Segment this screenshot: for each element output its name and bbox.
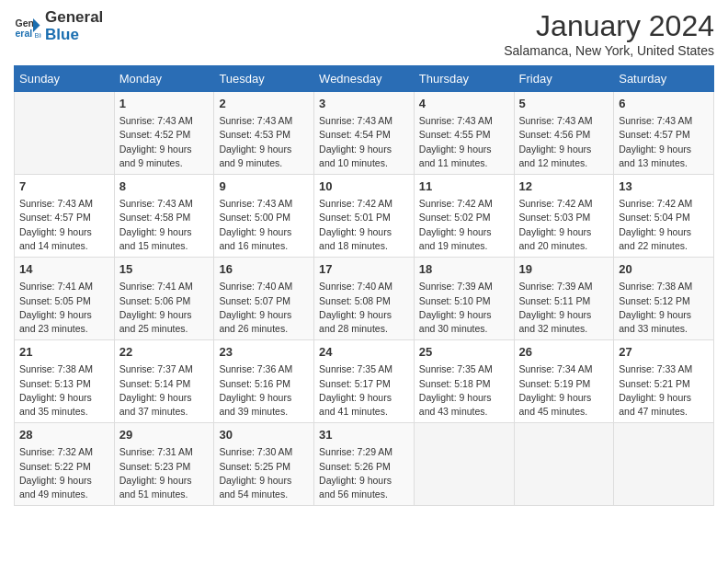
day-info: Sunrise: 7:40 AMSunset: 5:08 PMDaylight:… (319, 280, 409, 336)
calendar-week-row: 28Sunrise: 7:32 AMSunset: 5:22 PMDayligh… (15, 423, 714, 506)
day-number: 27 (619, 344, 709, 361)
calendar-day-cell: 23Sunrise: 7:36 AMSunset: 5:16 PMDayligh… (214, 340, 314, 423)
svg-marker-2 (33, 18, 40, 32)
day-info: Sunrise: 7:38 AMSunset: 5:13 PMDaylight:… (19, 362, 109, 419)
day-number: 22 (119, 344, 210, 361)
day-info: Sunrise: 7:39 AMSunset: 5:11 PMDaylight:… (519, 280, 609, 336)
col-header-tuesday: Tuesday (214, 66, 314, 92)
calendar-day-cell: 16Sunrise: 7:40 AMSunset: 5:07 PMDayligh… (214, 258, 314, 340)
day-info: Sunrise: 7:37 AMSunset: 5:14 PMDaylight:… (119, 362, 210, 419)
day-info: Sunrise: 7:34 AMSunset: 5:19 PMDaylight:… (519, 362, 609, 419)
calendar-day-cell: 15Sunrise: 7:41 AMSunset: 5:06 PMDayligh… (114, 258, 214, 340)
day-info: Sunrise: 7:36 AMSunset: 5:16 PMDaylight:… (219, 362, 309, 419)
day-info: Sunrise: 7:43 AMSunset: 4:56 PMDaylight:… (519, 114, 609, 170)
calendar-day-cell: 14Sunrise: 7:41 AMSunset: 5:05 PMDayligh… (15, 258, 115, 340)
day-number: 15 (119, 261, 210, 278)
calendar-day-cell: 5Sunrise: 7:43 AMSunset: 4:56 PMDaylight… (514, 92, 614, 175)
calendar-day-cell: 7Sunrise: 7:43 AMSunset: 4:57 PMDaylight… (15, 175, 115, 258)
col-header-monday: Monday (114, 66, 214, 92)
day-info: Sunrise: 7:42 AMSunset: 5:02 PMDaylight:… (419, 197, 509, 253)
calendar-day-cell (414, 423, 514, 506)
day-info: Sunrise: 7:43 AMSunset: 4:57 PMDaylight:… (619, 114, 709, 170)
day-info: Sunrise: 7:43 AMSunset: 4:53 PMDaylight:… (219, 114, 309, 170)
day-info: Sunrise: 7:43 AMSunset: 5:00 PMDaylight:… (219, 197, 309, 253)
calendar-day-cell: 28Sunrise: 7:32 AMSunset: 5:22 PMDayligh… (15, 423, 115, 506)
calendar-day-cell: 4Sunrise: 7:43 AMSunset: 4:55 PMDaylight… (414, 92, 514, 175)
logo-line1: General (45, 8, 103, 26)
day-info: Sunrise: 7:38 AMSunset: 5:12 PMDaylight:… (619, 280, 709, 336)
calendar-day-cell: 21Sunrise: 7:38 AMSunset: 5:13 PMDayligh… (15, 340, 115, 423)
calendar-day-cell: 27Sunrise: 7:33 AMSunset: 5:21 PMDayligh… (614, 340, 714, 423)
day-number: 17 (319, 261, 409, 278)
col-header-friday: Friday (514, 66, 614, 92)
day-number: 30 (219, 427, 309, 443)
day-info: Sunrise: 7:35 AMSunset: 5:17 PMDaylight:… (319, 362, 409, 419)
day-info: Sunrise: 7:42 AMSunset: 5:04 PMDaylight:… (619, 197, 709, 253)
calendar-day-cell: 22Sunrise: 7:37 AMSunset: 5:14 PMDayligh… (114, 340, 214, 423)
day-number: 20 (619, 261, 709, 278)
day-number: 9 (219, 178, 309, 195)
calendar-title: January 2024 (504, 9, 714, 43)
day-info: Sunrise: 7:43 AMSunset: 4:57 PMDaylight:… (19, 197, 109, 253)
page-header: Gen eral Blue General Blue January 2024 … (14, 9, 714, 58)
logo-line2: Blue (45, 27, 103, 44)
calendar-day-cell: 20Sunrise: 7:38 AMSunset: 5:12 PMDayligh… (614, 258, 714, 340)
day-info: Sunrise: 7:43 AMSunset: 4:55 PMDaylight:… (419, 114, 509, 170)
calendar-day-cell: 13Sunrise: 7:42 AMSunset: 5:04 PMDayligh… (614, 175, 714, 258)
day-info: Sunrise: 7:29 AMSunset: 5:26 PMDaylight:… (319, 445, 409, 501)
calendar-week-row: 7Sunrise: 7:43 AMSunset: 4:57 PMDaylight… (15, 175, 714, 258)
calendar-day-cell (15, 92, 115, 175)
day-number: 7 (19, 178, 109, 195)
day-info: Sunrise: 7:40 AMSunset: 5:07 PMDaylight:… (219, 280, 309, 336)
day-number: 25 (419, 344, 509, 361)
calendar-week-row: 21Sunrise: 7:38 AMSunset: 5:13 PMDayligh… (15, 340, 714, 423)
day-number: 5 (519, 96, 609, 112)
day-info: Sunrise: 7:43 AMSunset: 4:54 PMDaylight:… (319, 114, 409, 170)
day-number: 1 (119, 96, 210, 112)
logo-icon: Gen eral Blue (14, 13, 41, 40)
calendar-day-cell: 2Sunrise: 7:43 AMSunset: 4:53 PMDaylight… (214, 92, 314, 175)
calendar-day-cell: 9Sunrise: 7:43 AMSunset: 5:00 PMDaylight… (214, 175, 314, 258)
day-number: 6 (619, 96, 709, 112)
day-info: Sunrise: 7:41 AMSunset: 5:05 PMDaylight:… (19, 280, 109, 336)
day-info: Sunrise: 7:41 AMSunset: 5:06 PMDaylight:… (119, 280, 210, 336)
calendar-day-cell: 26Sunrise: 7:34 AMSunset: 5:19 PMDayligh… (514, 340, 614, 423)
calendar-day-cell: 18Sunrise: 7:39 AMSunset: 5:10 PMDayligh… (414, 258, 514, 340)
day-number: 8 (119, 178, 210, 195)
calendar-day-cell: 29Sunrise: 7:31 AMSunset: 5:23 PMDayligh… (114, 423, 214, 506)
day-info: Sunrise: 7:42 AMSunset: 5:03 PMDaylight:… (519, 197, 609, 253)
day-number: 23 (219, 344, 309, 361)
svg-text:eral: eral (16, 27, 33, 38)
title-block: January 2024 Salamanca, New York, United… (504, 9, 714, 58)
calendar-day-cell: 1Sunrise: 7:43 AMSunset: 4:52 PMDaylight… (114, 92, 214, 175)
calendar-day-cell: 6Sunrise: 7:43 AMSunset: 4:57 PMDaylight… (614, 92, 714, 175)
day-number: 4 (419, 96, 509, 112)
calendar-week-row: 14Sunrise: 7:41 AMSunset: 5:05 PMDayligh… (15, 258, 714, 340)
day-number: 2 (219, 96, 309, 112)
day-number: 18 (419, 261, 509, 278)
calendar-week-row: 1Sunrise: 7:43 AMSunset: 4:52 PMDaylight… (15, 92, 714, 175)
day-info: Sunrise: 7:43 AMSunset: 4:58 PMDaylight:… (119, 197, 210, 253)
calendar-day-cell: 24Sunrise: 7:35 AMSunset: 5:17 PMDayligh… (314, 340, 415, 423)
day-number: 16 (219, 261, 309, 278)
day-number: 13 (619, 178, 709, 195)
calendar-day-cell (614, 423, 714, 506)
day-number: 14 (19, 261, 109, 278)
day-number: 21 (19, 344, 109, 361)
col-header-wednesday: Wednesday (314, 66, 415, 92)
day-number: 19 (519, 261, 609, 278)
day-number: 12 (519, 178, 609, 195)
day-info: Sunrise: 7:32 AMSunset: 5:22 PMDaylight:… (19, 445, 109, 501)
svg-text:Blue: Blue (35, 31, 42, 40)
day-number: 11 (419, 178, 509, 195)
calendar-day-cell (514, 423, 614, 506)
col-header-thursday: Thursday (414, 66, 514, 92)
calendar-table: SundayMondayTuesdayWednesdayThursdayFrid… (14, 65, 714, 506)
day-number: 24 (319, 344, 409, 361)
day-number: 26 (519, 344, 609, 361)
day-info: Sunrise: 7:31 AMSunset: 5:23 PMDaylight:… (119, 445, 210, 501)
day-number: 28 (19, 427, 109, 443)
calendar-day-cell: 30Sunrise: 7:30 AMSunset: 5:25 PMDayligh… (214, 423, 314, 506)
day-info: Sunrise: 7:33 AMSunset: 5:21 PMDaylight:… (619, 362, 709, 419)
calendar-day-cell: 12Sunrise: 7:42 AMSunset: 5:03 PMDayligh… (514, 175, 614, 258)
